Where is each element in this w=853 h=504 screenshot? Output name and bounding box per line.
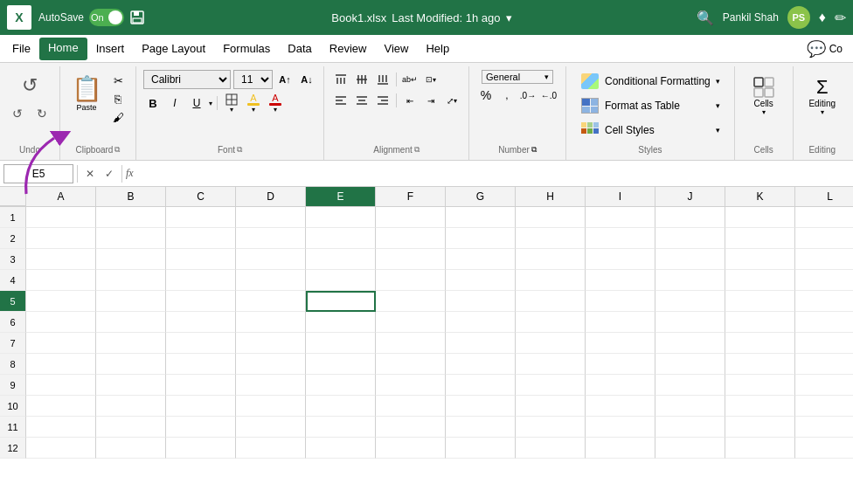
cell-L7[interactable] bbox=[795, 333, 853, 354]
menu-review[interactable]: Review bbox=[321, 38, 376, 59]
cell-J9[interactable] bbox=[655, 375, 725, 396]
cut-button[interactable]: ✂ bbox=[107, 72, 128, 89]
highlight-button[interactable]: A ▾ bbox=[244, 93, 263, 114]
row-header-3[interactable]: 3 bbox=[0, 249, 26, 270]
wrap-text-button[interactable]: ab↵ bbox=[400, 70, 420, 89]
cell-B10[interactable] bbox=[96, 396, 166, 417]
cell-E10[interactable] bbox=[306, 396, 376, 417]
conditional-formatting-arrow[interactable]: ▾ bbox=[716, 77, 720, 86]
merge-button[interactable]: ⊡▾ bbox=[421, 70, 440, 89]
cell-I4[interactable] bbox=[586, 270, 655, 291]
cell-B4[interactable] bbox=[96, 270, 166, 291]
cell-J8[interactable] bbox=[655, 354, 725, 375]
cell-D5[interactable] bbox=[236, 291, 306, 312]
corner-cell[interactable] bbox=[0, 187, 26, 206]
cell-L9[interactable] bbox=[795, 375, 853, 396]
cell-A2[interactable] bbox=[26, 228, 96, 249]
cell-A3[interactable] bbox=[26, 249, 96, 270]
comments-icon[interactable]: 💬 bbox=[807, 39, 826, 59]
cell-H4[interactable] bbox=[516, 270, 586, 291]
percent-button[interactable]: % bbox=[476, 86, 496, 105]
menu-page-layout[interactable]: Page Layout bbox=[133, 38, 214, 59]
cell-D3[interactable] bbox=[236, 249, 306, 270]
col-header-L[interactable]: L bbox=[795, 187, 853, 206]
cell-styles-arrow[interactable]: ▾ bbox=[716, 126, 720, 135]
col-header-B[interactable]: B bbox=[96, 187, 166, 206]
cell-G3[interactable] bbox=[446, 249, 516, 270]
row-header-4[interactable]: 4 bbox=[0, 270, 26, 291]
menu-home[interactable]: Home bbox=[39, 38, 87, 60]
cell-C8[interactable] bbox=[166, 354, 236, 375]
cell-I5[interactable] bbox=[586, 291, 655, 312]
cell-B11[interactable] bbox=[96, 417, 166, 438]
cell-B3[interactable] bbox=[96, 249, 166, 270]
formula-input[interactable] bbox=[137, 168, 850, 180]
align-right-button[interactable] bbox=[373, 91, 392, 110]
format-as-table-arrow[interactable]: ▾ bbox=[716, 101, 720, 110]
align-bottom-button[interactable] bbox=[373, 70, 392, 89]
cell-C6[interactable] bbox=[166, 312, 236, 333]
save-icon[interactable] bbox=[128, 8, 147, 27]
comma-button[interactable]: , bbox=[497, 86, 517, 105]
cell-L11[interactable] bbox=[795, 417, 853, 438]
cell-B9[interactable] bbox=[96, 375, 166, 396]
format-as-table-button[interactable]: Format as Table ▾ bbox=[573, 94, 727, 117]
cell-B6[interactable] bbox=[96, 312, 166, 333]
cell-F5[interactable] bbox=[376, 291, 446, 312]
cell-E1[interactable] bbox=[306, 207, 376, 228]
cell-C10[interactable] bbox=[166, 396, 236, 417]
cell-K3[interactable] bbox=[725, 249, 795, 270]
cell-J10[interactable] bbox=[655, 396, 725, 417]
cell-F11[interactable] bbox=[376, 417, 446, 438]
cell-B1[interactable] bbox=[96, 207, 166, 228]
cell-I1[interactable] bbox=[586, 207, 655, 228]
cell-K6[interactable] bbox=[725, 312, 795, 333]
font-expand-icon[interactable]: ⧉ bbox=[237, 145, 242, 155]
cell-D4[interactable] bbox=[236, 270, 306, 291]
cell-E12[interactable] bbox=[306, 438, 376, 459]
cell-H11[interactable] bbox=[516, 417, 586, 438]
cell-L10[interactable] bbox=[795, 396, 853, 417]
increase-decimal-button[interactable]: ←.0 bbox=[539, 86, 558, 105]
cell-K4[interactable] bbox=[725, 270, 795, 291]
cell-J6[interactable] bbox=[655, 312, 725, 333]
cancel-formula-button[interactable]: ✕ bbox=[81, 165, 99, 183]
search-icon[interactable]: 🔍 bbox=[697, 10, 714, 26]
cell-L2[interactable] bbox=[795, 228, 853, 249]
row-header-11[interactable]: 11 bbox=[0, 417, 26, 438]
cell-K1[interactable] bbox=[725, 207, 795, 228]
cell-styles-button[interactable]: Cell Styles ▾ bbox=[573, 119, 727, 142]
cell-J7[interactable] bbox=[655, 333, 725, 354]
cell-C1[interactable] bbox=[166, 207, 236, 228]
cell-D7[interactable] bbox=[236, 333, 306, 354]
cell-E8[interactable] bbox=[306, 354, 376, 375]
cell-J12[interactable] bbox=[655, 438, 725, 459]
cell-H1[interactable] bbox=[516, 207, 586, 228]
cell-B7[interactable] bbox=[96, 333, 166, 354]
cell-G1[interactable] bbox=[446, 207, 516, 228]
paste-button[interactable]: 📋 Paste bbox=[67, 70, 106, 115]
cell-E5[interactable] bbox=[306, 291, 376, 312]
cell-F9[interactable] bbox=[376, 375, 446, 396]
cell-E7[interactable] bbox=[306, 333, 376, 354]
cell-K9[interactable] bbox=[725, 375, 795, 396]
cell-K10[interactable] bbox=[725, 396, 795, 417]
cell-K8[interactable] bbox=[725, 354, 795, 375]
col-header-K[interactable]: K bbox=[725, 187, 795, 206]
cell-G11[interactable] bbox=[446, 417, 516, 438]
menu-file[interactable]: File bbox=[3, 38, 39, 59]
align-center-button[interactable] bbox=[352, 91, 371, 110]
cell-G6[interactable] bbox=[446, 312, 516, 333]
cell-I10[interactable] bbox=[586, 396, 655, 417]
clipboard-expand-icon[interactable]: ⧉ bbox=[114, 145, 120, 155]
pen-icon[interactable]: ✏ bbox=[835, 10, 846, 26]
cell-D6[interactable] bbox=[236, 312, 306, 333]
cell-L3[interactable] bbox=[795, 249, 853, 270]
cell-E2[interactable] bbox=[306, 228, 376, 249]
decrease-indent-button[interactable]: ⇤ bbox=[400, 91, 420, 110]
orientation-button[interactable]: ⤢▾ bbox=[442, 91, 461, 110]
number-format-arrow[interactable]: ▾ bbox=[544, 72, 549, 81]
cell-J4[interactable] bbox=[655, 270, 725, 291]
cells-arrow[interactable]: ▾ bbox=[762, 108, 766, 116]
cell-L1[interactable] bbox=[795, 207, 853, 228]
